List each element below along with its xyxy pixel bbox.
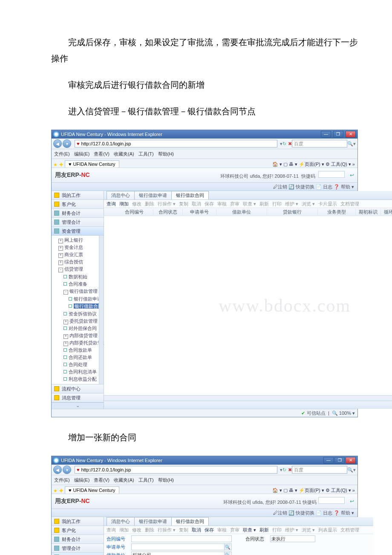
back-button[interactable]: ◀ (53, 139, 62, 148)
toolbar-item: 弃审 (230, 201, 239, 207)
sidebar-item-mywork[interactable]: 我的工作 (52, 191, 104, 200)
app-logo: 用友ERP-NC (55, 171, 90, 179)
close-button[interactable]: ✕ (346, 131, 356, 138)
grid-body: www.bdocx.com (104, 216, 392, 395)
tree-node[interactable]: 合同处理 (63, 361, 104, 368)
browser-menubar[interactable]: 文件(E) 编辑(E) 查看(V) 收藏夹(A) 工具(T) 帮助(H) (52, 149, 357, 159)
sidebar-item-message[interactable]: 消息管理 (52, 393, 104, 402)
tab-favicon-icon: ♥ (69, 162, 72, 167)
tree-node[interactable]: 数据初始 (63, 273, 104, 280)
search-box[interactable]: 百度 (292, 140, 347, 147)
content-tabs: 消息中心 银行借款申请 银行借款合同 (104, 191, 392, 200)
tree-node[interactable]: +网上银行 (58, 237, 104, 244)
label-contract-no: 合同编号 (106, 536, 131, 542)
sidebar-item-manage[interactable]: 管理会计 (52, 218, 104, 227)
app-header: 用友ERP-NC 环球科技公司 ufida, 您好! 2008-07-11 快捷… (52, 168, 357, 183)
forward-button[interactable]: ▾ (63, 139, 71, 148)
browser-window: UFIDA New Century - Windows Internet Exp… (51, 456, 358, 555)
paragraph: 增加一张新的合同 (0, 429, 392, 445)
sidebar-item-custom[interactable]: 客户化 (52, 200, 104, 209)
sidebar-item-finance[interactable]: 财务会计 (52, 209, 104, 218)
tab-loan-contract[interactable]: 银行借款合同 (171, 191, 209, 199)
toolbar-item: 删除 (145, 201, 154, 207)
tree-node[interactable]: +内部委托贷款管理 (63, 339, 104, 347)
nav-tree[interactable]: +网上银行+资金计息+商业汇票+综合授信-信贷管理数据初始合同准备-银行借款管理… (52, 236, 104, 384)
grid-col-header[interactable]: 循环借贷款 (381, 209, 392, 215)
refresh-icon[interactable]: ↻ (282, 141, 286, 147)
window-title: UFIDA New Century - Windows Internet Exp… (61, 132, 162, 137)
toolbar-item: 复制 (179, 201, 188, 207)
ie-statusbar: ✔可信站点 | 🔍 100% ▾ (52, 409, 357, 417)
tree-node[interactable]: +内部借贷管理 (63, 332, 104, 339)
user-info: 环球科技公司 ufida, 您好! 2008-07-11 快捷码 (220, 171, 346, 179)
address-bar[interactable]: ♥ http://127.0.0.1/login.jsp (75, 140, 277, 147)
favorites-icon[interactable]: ★ (53, 162, 58, 168)
toolbar-item: 文档管理 (340, 201, 359, 207)
toolbar-item: 保存 (205, 201, 214, 207)
sidebar-item-fund[interactable]: 资金管理 (52, 227, 104, 236)
tree-node[interactable]: 银行借款申请 (69, 295, 104, 303)
grid-header: 合同编号合同状态申请单号借款单位贷款银行业务类型期初标识循环借贷款申请使用授信额… (104, 208, 392, 216)
scrollbar[interactable] (99, 236, 104, 384)
stop-icon[interactable]: ✖ (288, 141, 292, 147)
toolbar-item: 联查 ▾ (243, 201, 256, 207)
tree-node[interactable]: +委托贷款管理 (63, 318, 104, 325)
tab-loan-apply[interactable]: 银行借款申请 (134, 191, 172, 199)
watermark: www.bdocx.com (219, 295, 351, 316)
grid-col-header[interactable]: 合同状态 (153, 209, 183, 215)
tree-node[interactable]: 合同利息清单 (63, 368, 104, 376)
input-contract-no[interactable] (131, 535, 232, 542)
browser-tools[interactable]: 🏠 ▾ ▢ 🖶 ▾ ⚡页面(P) ▾ ⚙ 工具(Q) ▾ » (270, 161, 357, 168)
tree-node[interactable]: 利息收益分配 (63, 376, 104, 383)
toolbar: 查询增加修改删除行操作 ▾复制取消保存审核弃审联查 ▾刷新打印维护 ▾浏览 ▾卡… (104, 200, 392, 208)
favorite-icon: ♥ (77, 141, 80, 146)
h-scrollbar[interactable] (104, 395, 392, 401)
browser-tab[interactable]: ♥ UFIDA New Century (65, 160, 119, 168)
tree-node[interactable]: -银行借款管理 (63, 288, 104, 295)
status-bar: nc测试 (104, 401, 392, 409)
tree-node[interactable]: 资金拆借协议 (63, 310, 104, 318)
toolbar-item: 维护 ▾ (285, 201, 298, 207)
minimize-button[interactable]: — (321, 131, 331, 138)
browser-window: UFIDA New Century - Windows Internet Exp… (51, 130, 358, 417)
add-favorite-icon[interactable]: ✚ (59, 162, 63, 168)
tree-node[interactable]: 对外担保合同 (63, 325, 104, 332)
tree-node[interactable]: 合同放款单 (63, 347, 104, 354)
grid-col-header[interactable]: 合同编号 (115, 209, 153, 215)
home-icon[interactable]: ↩ (350, 172, 354, 178)
toolbar-item: 刷新 (259, 201, 269, 207)
grid-col-header[interactable]: 期初标识 (356, 209, 381, 215)
tree-node[interactable]: -信贷管理 (58, 266, 104, 273)
grid-col-header[interactable]: 申请单号 (183, 209, 216, 215)
toolbar-item: 卡片显示 (318, 201, 337, 207)
sidebar: 我的工作 客户化 财务会计 管理会计 资金管理 +网上银行+资金计息+商业汇票+… (52, 191, 104, 409)
window-controls[interactable]: — ❐ ✕ (320, 131, 356, 138)
tree-node[interactable]: +资金计息 (58, 244, 104, 251)
tree-node[interactable]: 合同准备 (63, 280, 104, 288)
grid-col-header[interactable]: 借款单位 (216, 209, 267, 215)
toolbar-item: 审核 (217, 201, 227, 207)
toolbar-item: 修改 (132, 201, 141, 207)
tree-node[interactable]: 合同还款单 (63, 354, 104, 361)
grid-col-header[interactable]: 业务类型 (318, 209, 356, 215)
tree-node[interactable]: +商业汇票 (58, 251, 104, 258)
input-borrower[interactable]: 科技公司🔍 (131, 552, 232, 555)
paragraph: 审核完成后进行银行借款合同的新增 (0, 77, 392, 93)
tree-node[interactable]: 银行借款合同 (69, 303, 104, 310)
label-contract-status: 合同状态 (245, 536, 270, 542)
grid-col-header[interactable]: 贷款银行 (267, 209, 318, 215)
input-apply-no[interactable]: 🔍 (131, 543, 232, 550)
tab-msgcenter[interactable]: 消息中心 (107, 191, 135, 199)
toolbar-item[interactable]: 增加 (119, 201, 129, 207)
sidebar-item-process[interactable]: 流程中心 (52, 384, 104, 393)
contract-form: 合同编号 合同状态 未执行 申请单号 🔍 借款单位 科技公司🔍 (104, 534, 373, 555)
tree-node[interactable]: +综合授信 (58, 258, 104, 266)
toolbar-item[interactable]: 查询 (107, 201, 116, 207)
quickcode-input[interactable] (318, 171, 345, 178)
app-helpbar[interactable]: 🖊注销 🔄 快捷切换 📄 日志 ❓ 帮助 ▾ (52, 183, 357, 191)
toolbar-item: 行操作 ▾ (158, 201, 176, 207)
maximize-button[interactable]: ❐ (333, 131, 343, 138)
input-contract-status[interactable]: 未执行 (270, 535, 315, 542)
paragraph: 完成后保存，审核，如果设定了审批流，需要在审批流完成后才能进行下一步操作 (0, 34, 392, 66)
toolbar-item: 打印 (272, 201, 282, 207)
